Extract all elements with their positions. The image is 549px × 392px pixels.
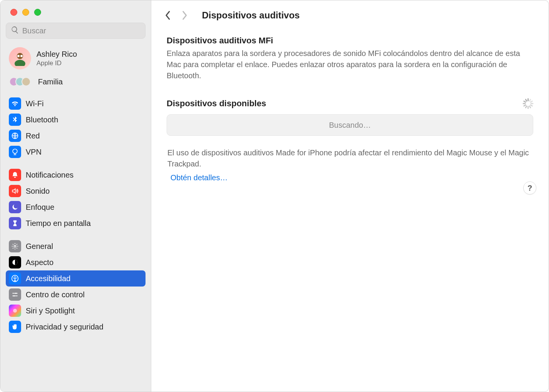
svg-point-5	[13, 149, 17, 154]
svg-point-3	[20, 55, 23, 57]
close-button[interactable]	[10, 9, 17, 16]
sidebar-group-alerts: Notificaciones Sonido Enfoque Tiempo en …	[6, 167, 146, 231]
svg-point-11	[13, 295, 15, 296]
available-row: Dispositivos disponibles	[167, 98, 533, 109]
sidebar-item-family[interactable]: Familia	[6, 75, 146, 93]
vpn-icon	[9, 146, 21, 158]
sidebar-item-network[interactable]: Red	[6, 128, 146, 144]
searching-text: Buscando…	[329, 121, 371, 130]
sidebar-item-wifi[interactable]: Wi-Fi	[6, 96, 146, 112]
searching-box: Buscando…	[167, 114, 533, 136]
sliders-icon	[9, 288, 21, 301]
sidebar-item-account[interactable]: Ashley Rico Apple ID	[6, 43, 146, 75]
main-header: Dispositivos auditivos	[151, 0, 549, 26]
sidebar-item-focus[interactable]: Enfoque	[6, 199, 146, 215]
wifi-icon	[9, 97, 21, 110]
svg-point-9	[14, 276, 15, 277]
maximize-button[interactable]	[34, 9, 41, 16]
accessibility-icon	[9, 272, 21, 285]
spinner-icon	[523, 98, 533, 109]
back-button[interactable]	[160, 8, 175, 23]
sidebar-item-label: VPN	[26, 148, 41, 156]
bluetooth-icon	[9, 114, 21, 126]
sidebar-item-label: Siri y Spotlight	[26, 306, 75, 315]
sidebar-item-label: Accesibilidad	[26, 274, 71, 283]
sidebar-item-label: Bluetooth	[26, 115, 58, 124]
search-input[interactable]	[22, 26, 141, 35]
svg-point-2	[17, 55, 20, 57]
sidebar-item-label: Notificaciones	[26, 171, 74, 180]
network-icon	[9, 130, 21, 142]
account-name: Ashley Rico	[36, 50, 77, 59]
sidebar-item-screentime[interactable]: Tiempo en pantalla	[6, 215, 146, 231]
section-heading-mfi: Dispositivos auditivos MFi	[167, 36, 533, 46]
search-field[interactable]	[6, 23, 146, 39]
sidebar-item-general[interactable]: General	[6, 238, 146, 254]
forward-button[interactable]	[177, 8, 192, 23]
family-label: Familia	[38, 77, 63, 86]
account-subtitle: Apple ID	[36, 59, 77, 67]
sidebar-group-system: General Aspecto Accesibilidad Centro de …	[6, 238, 146, 335]
footnote-text: El uso de dispositivos auditivos Made fo…	[167, 147, 533, 170]
main-body: Dispositivos auditivos MFi Enlaza aparat…	[151, 26, 549, 392]
sidebar-item-label: Enfoque	[26, 203, 55, 212]
sidebar-item-label: Privacidad y seguridad	[26, 323, 103, 331]
hourglass-icon	[9, 217, 21, 229]
sidebar-item-label: Sonido	[26, 187, 50, 196]
section-desc-mfi: Enlaza aparatos para la sordera y proces…	[167, 48, 533, 81]
appearance-icon	[9, 256, 21, 268]
minimize-button[interactable]	[22, 9, 29, 16]
moon-icon	[9, 201, 21, 213]
details-link[interactable]: Obtén detalles…	[170, 173, 228, 182]
help-button[interactable]: ?	[523, 181, 536, 194]
svg-point-12	[13, 309, 17, 313]
sidebar-item-label: Aspecto	[26, 258, 53, 267]
sidebar: Ashley Rico Apple ID Familia Wi-Fi	[0, 0, 151, 392]
sidebar-item-label: Centro de control	[26, 290, 84, 299]
sidebar-item-sound[interactable]: Sonido	[6, 183, 146, 199]
avatar	[9, 47, 31, 69]
svg-point-6	[14, 245, 16, 247]
sidebar-item-label: Wi-Fi	[26, 99, 44, 108]
gear-icon	[9, 240, 21, 252]
siri-icon	[9, 305, 21, 317]
sidebar-item-label: Red	[26, 132, 40, 140]
sidebar-item-controlcenter[interactable]: Centro de control	[6, 287, 146, 303]
sidebar-item-accessibility[interactable]: Accesibilidad	[6, 270, 146, 287]
svg-point-10	[15, 293, 17, 294]
main-pane: Dispositivos auditivos Dispositivos audi…	[151, 0, 549, 392]
svg-point-1	[15, 60, 25, 66]
window-controls	[0, 0, 151, 23]
sidebar-item-privacy[interactable]: Privacidad y seguridad	[6, 319, 146, 335]
search-wrap	[0, 23, 151, 43]
sidebar-item-label: Tiempo en pantalla	[26, 219, 91, 228]
family-icon	[9, 77, 31, 86]
hand-icon	[9, 321, 21, 333]
sidebar-item-bluetooth[interactable]: Bluetooth	[6, 112, 146, 128]
page-title: Dispositivos auditivos	[202, 10, 300, 21]
sidebar-item-label: General	[26, 242, 53, 251]
settings-window: Ashley Rico Apple ID Familia Wi-Fi	[0, 0, 549, 392]
bell-icon	[9, 169, 21, 181]
sidebar-group-connectivity: Wi-Fi Bluetooth Red VPN	[6, 96, 146, 160]
sidebar-item-siri[interactable]: Siri y Spotlight	[6, 303, 146, 319]
sidebar-scroll: Ashley Rico Apple ID Familia Wi-Fi	[0, 43, 151, 392]
speaker-icon	[9, 185, 21, 197]
help-label: ?	[528, 184, 532, 193]
account-texts: Ashley Rico Apple ID	[36, 50, 77, 67]
sidebar-item-vpn[interactable]: VPN	[6, 144, 146, 160]
available-heading: Dispositivos disponibles	[167, 99, 266, 109]
search-icon	[11, 26, 19, 36]
sidebar-item-appearance[interactable]: Aspecto	[6, 254, 146, 270]
sidebar-item-notifications[interactable]: Notificaciones	[6, 167, 146, 183]
